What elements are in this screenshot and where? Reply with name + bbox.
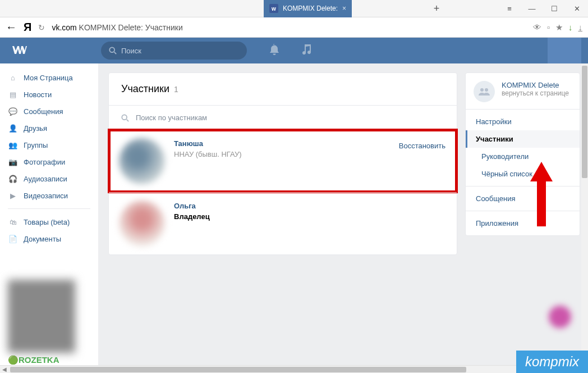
group-avatar-icon: [474, 81, 495, 102]
browser-tab-active[interactable]: w KOMPMIX Delete: ×: [264, 0, 352, 17]
member-search-input[interactable]: Поиск по участникам: [109, 105, 457, 130]
download-arrow-icon[interactable]: ↓: [568, 22, 573, 32]
url-path: KOMPMIX Delete: Участники: [77, 23, 183, 32]
nav-messages[interactable]: 💬Сообщения: [0, 103, 98, 120]
shield-icon[interactable]: ▫: [547, 22, 550, 32]
video-icon: ▶: [8, 190, 18, 201]
ad-image: [8, 280, 75, 353]
tab-title: KOMPMIX Delete:: [283, 4, 338, 12]
menu-icon[interactable]: ≡: [498, 0, 521, 17]
vk-logo[interactable]: [11, 43, 101, 58]
url-domain: vk.com: [52, 23, 76, 32]
side-item-blacklist[interactable]: Чёрный список: [466, 165, 580, 183]
ad-block[interactable]: 🟢ROZETKA: [8, 280, 81, 365]
back-to-page-link[interactable]: вернуться к странице: [502, 89, 569, 97]
side-item-settings[interactable]: Настройки: [466, 113, 580, 130]
members-panel: Участники 1 Поиск по участникам Танюша Н…: [108, 72, 457, 255]
vk-favicon: w: [269, 4, 278, 13]
nav-my-page[interactable]: ⌂Моя Страница: [0, 69, 98, 86]
side-menu: Настройки Участники Руководители Чёрный …: [466, 110, 580, 235]
address-bar: ← Я ↻ vk.com KOMPMIX Delete: Участники 👁…: [0, 17, 588, 38]
vertical-scrollbar[interactable]: [581, 63, 588, 365]
group-side-panel: KOMPMIX Delete вернуться к странице Наст…: [465, 72, 580, 236]
nav-photos[interactable]: 📷Фотографии: [0, 153, 98, 170]
svg-line-1: [114, 52, 117, 54]
vk-top-bar: Поиск: [0, 38, 588, 63]
tab-close-icon[interactable]: ×: [342, 4, 346, 12]
nav-friends[interactable]: 👤Друзья: [0, 120, 98, 137]
bookmark-star-icon[interactable]: ★: [555, 22, 563, 33]
panel-count: 1: [174, 85, 178, 94]
svg-point-4: [480, 88, 484, 92]
addressbar-actions: 👁 ▫ ★ ↓ ↓: [533, 22, 582, 33]
close-window-button[interactable]: ✕: [566, 0, 588, 17]
member-info: Ольга Владелец: [174, 201, 447, 221]
bag-icon: 🛍: [8, 217, 18, 227]
window-titlebar: w KOMPMIX Delete: × + ≡ — ☐ ✕: [0, 0, 588, 17]
svg-line-3: [127, 119, 129, 121]
scroll-left-arrow[interactable]: ◀: [0, 366, 9, 372]
camera-icon: 📷: [8, 157, 18, 167]
maximize-button[interactable]: ☐: [543, 0, 566, 17]
svg-point-2: [122, 115, 127, 120]
member-row: Танюша ННАУ (бывш. НГАУ) Восстановить: [109, 130, 457, 192]
nav-audio[interactable]: 🎧Аудиозаписи: [0, 170, 98, 187]
news-icon: ▤: [8, 89, 18, 99]
nav-groups[interactable]: 👥Группы: [0, 137, 98, 153]
group-header: KOMPMIX Delete вернуться к странице: [466, 73, 580, 110]
member-avatar[interactable]: [119, 201, 165, 247]
watermark: kompmix: [516, 351, 588, 373]
groups-icon: 👥: [8, 140, 18, 150]
music-note-icon[interactable]: [302, 44, 311, 57]
page-body: ⌂Моя Страница ▤Новости 💬Сообщения 👤Друзь…: [0, 63, 588, 365]
friends-icon: 👤: [8, 123, 18, 133]
read-mode-icon[interactable]: 👁: [533, 22, 541, 32]
nav-news[interactable]: ▤Новости: [0, 86, 98, 103]
document-icon: 📄: [8, 234, 18, 244]
messages-icon: 💬: [8, 106, 18, 116]
side-item-members[interactable]: Участники: [466, 130, 580, 148]
group-header-text: KOMPMIX Delete вернуться к странице: [502, 81, 569, 102]
nav-documents[interactable]: 📄Документы: [0, 230, 98, 247]
group-title-link[interactable]: KOMPMIX Delete: [502, 81, 569, 89]
svg-point-0: [109, 47, 114, 52]
side-divider: [466, 211, 580, 211]
side-item-apps[interactable]: Приложения: [466, 215, 580, 232]
search-placeholder: Поиск: [121, 47, 141, 55]
member-row: Ольга Владелец: [109, 192, 457, 254]
side-item-messages[interactable]: Сообщения: [466, 190, 580, 207]
side-item-managers[interactable]: Руководители: [466, 148, 580, 165]
side-divider: [466, 186, 580, 186]
vk-search-input[interactable]: Поиск: [101, 42, 247, 60]
restore-link[interactable]: Восстановить: [399, 142, 445, 150]
minimize-button[interactable]: —: [521, 0, 543, 17]
nav-video[interactable]: ▶Видеозаписи: [0, 187, 98, 204]
floating-avatar[interactable]: [549, 306, 571, 328]
horizontal-scrollbar[interactable]: ◀ ▶: [0, 365, 588, 373]
panel-title: Участники: [121, 83, 169, 95]
downloads-icon[interactable]: ↓: [578, 22, 583, 32]
member-avatar[interactable]: [119, 138, 165, 184]
center-column: Участники 1 Поиск по участникам Танюша Н…: [98, 63, 462, 365]
search-icon: [121, 114, 129, 122]
member-search-placeholder: Поиск по участникам: [136, 113, 207, 122]
member-role: Владелец: [174, 212, 447, 221]
back-button[interactable]: ←: [6, 21, 17, 34]
member-name-link[interactable]: Ольга: [174, 202, 447, 210]
new-tab-button[interactable]: +: [428, 3, 445, 15]
notifications-bell-icon[interactable]: [269, 44, 279, 57]
search-icon: [109, 47, 117, 54]
scrollbar-thumb[interactable]: [582, 66, 587, 178]
header-user-area[interactable]: [548, 38, 581, 63]
url-field[interactable]: vk.com KOMPMIX Delete: Участники: [52, 23, 526, 32]
panel-header: Участники 1: [109, 73, 457, 105]
home-icon: ⌂: [8, 72, 18, 83]
yandex-logo[interactable]: Я: [24, 21, 31, 34]
member-subtitle: ННАУ (бывш. НГАУ): [174, 150, 447, 158]
ad-label: 🟢ROZETKA: [8, 355, 81, 365]
scrollbar-thumb[interactable]: [10, 367, 466, 372]
reload-button[interactable]: ↻: [38, 23, 45, 32]
headphones-icon: 🎧: [8, 174, 18, 184]
svg-point-5: [485, 88, 488, 92]
nav-market[interactable]: 🛍Товары (beta): [0, 213, 98, 230]
